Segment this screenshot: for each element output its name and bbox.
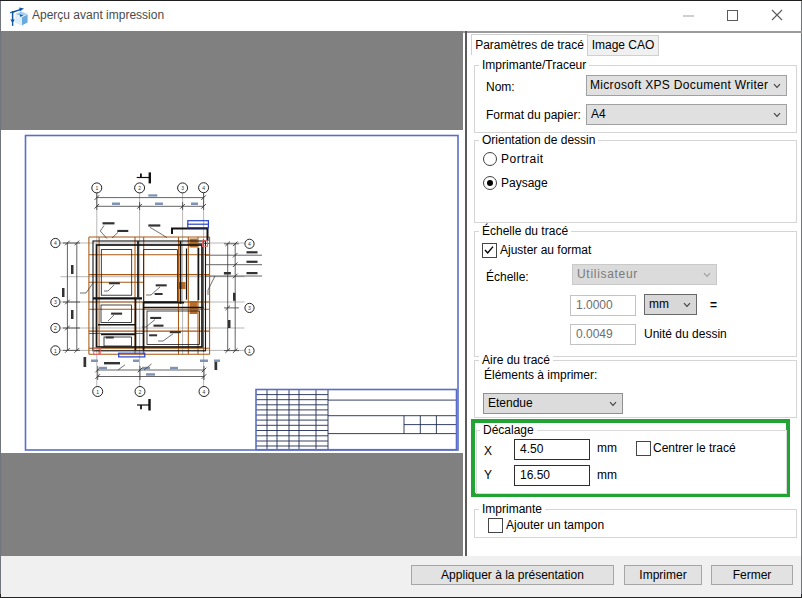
svg-text:2: 2 <box>138 185 141 191</box>
svg-text:1: 1 <box>248 348 251 354</box>
svg-text:4: 4 <box>54 240 57 246</box>
svg-text:1: 1 <box>95 185 98 191</box>
svg-text:4: 4 <box>203 389 206 395</box>
svg-text:3: 3 <box>181 185 184 191</box>
svg-text:3: 3 <box>248 305 251 311</box>
svg-text:3: 3 <box>54 299 57 305</box>
svg-text:1: 1 <box>54 348 57 354</box>
svg-text:4: 4 <box>248 241 251 247</box>
svg-text:4: 4 <box>202 185 205 191</box>
svg-text:2: 2 <box>139 389 142 395</box>
svg-text:1: 1 <box>96 389 99 395</box>
svg-text:2: 2 <box>54 325 57 331</box>
